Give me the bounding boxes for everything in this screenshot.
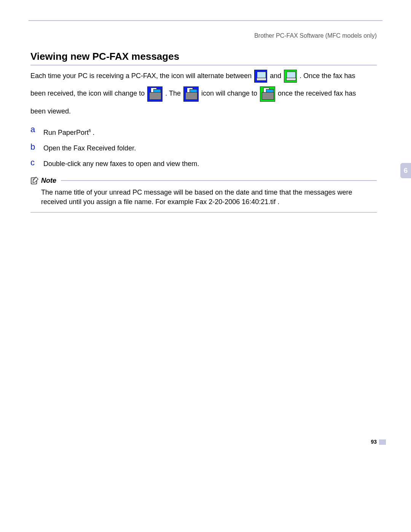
chapter-tab: 6: [400, 163, 411, 178]
text-fragment: . Once the fax has: [299, 72, 355, 80]
text-fragment: . The: [165, 89, 183, 97]
paragraph-intro: Each time your PC is receiving a PC-FAX,…: [30, 69, 377, 83]
top-horizontal-rule: [29, 20, 382, 21]
fax-viewed-icon-green: [260, 86, 275, 102]
page-header: Brother PC-FAX Software (MFC models only…: [254, 32, 377, 39]
step-letter: b: [30, 142, 43, 153]
note-bottom-rule: [30, 212, 377, 212]
step-letter: a: [30, 125, 43, 137]
text-fragment: icon will change to: [201, 89, 259, 97]
text-fragment: once the received fax has: [278, 89, 356, 97]
text-fragment: Each time your PC is receiving a PC-FAX,…: [30, 72, 253, 80]
title-underline: [30, 65, 377, 66]
fax-received-icon-blue-2: [183, 86, 199, 102]
step-c: c Double-click any new faxes to open and…: [30, 158, 377, 169]
text-fragment: and: [270, 72, 283, 80]
fax-receiving-icon-blue: [254, 70, 267, 83]
note-block: Note The name title of your unread PC me…: [30, 176, 377, 212]
note-label: Note: [41, 176, 56, 185]
document-page: Brother PC-FAX Software (MFC models only…: [0, 0, 411, 532]
step-a: a Run PaperPortfi .: [30, 125, 377, 137]
section-title-block: Viewing new PC-FAX messages: [30, 51, 377, 66]
paragraph-received: been received, the icon will change to .…: [30, 86, 377, 101]
note-header: Note: [30, 176, 377, 185]
text-fragment: been received, the icon will change to: [30, 89, 147, 97]
page-number: 93: [371, 439, 377, 445]
steps-list: a Run PaperPortfi . b Open the Fax Recei…: [30, 125, 377, 169]
page-number-accent: [379, 439, 386, 445]
note-text: The name title of your unread PC message…: [30, 188, 377, 207]
step-b: b Open the Fax Received folder.: [30, 142, 377, 153]
note-pencil-icon: [30, 176, 39, 185]
fax-receiving-icon-green: [284, 70, 297, 83]
paragraph-viewed: been viewed.: [30, 106, 377, 116]
step-text: Run PaperPortfi .: [43, 125, 95, 137]
step-letter: c: [30, 158, 43, 169]
step-text: Open the Fax Received folder.: [43, 142, 136, 153]
step-text: Double-click any new faxes to open and v…: [43, 158, 199, 169]
section-title: Viewing new PC-FAX messages: [30, 51, 377, 62]
body-content: Each time your PC is receiving a PC-FAX,…: [30, 69, 377, 212]
fax-received-icon-blue: [147, 86, 162, 102]
note-divider: [61, 180, 377, 181]
